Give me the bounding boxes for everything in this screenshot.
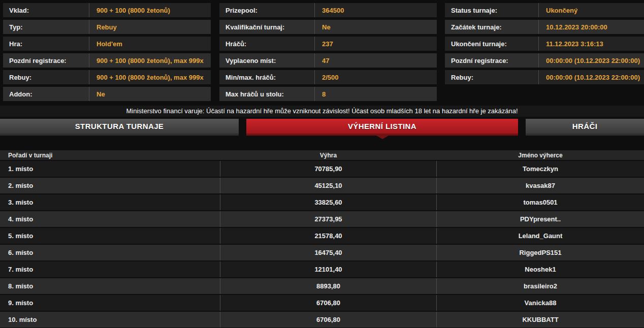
info-label: Rebuy: xyxy=(445,70,539,84)
cell-place: 3. místo xyxy=(0,194,220,210)
cell-winner: tomas0501 xyxy=(437,194,644,210)
header-winner: Jméno výherce xyxy=(437,152,644,159)
info-label: Rebuy: xyxy=(3,70,89,84)
info-value: 00:00:00 (10.12.2023 22:00:00) xyxy=(539,70,644,84)
info-value: 2/500 xyxy=(315,70,437,84)
cell-place: 9. místo xyxy=(0,295,220,311)
info-label: Vklad: xyxy=(3,3,89,17)
info-value: 900 + 100 (8000 žetonů), max 999x xyxy=(89,53,211,68)
info-value: Ukončený xyxy=(539,3,644,17)
info-value: 900 + 100 (8000 žetonů) xyxy=(89,3,211,17)
info-label: Ukončení turnaje: xyxy=(445,37,539,51)
info-row: Max hráčů u stolu: 8 xyxy=(219,87,437,101)
cell-winner: Vanicka88 xyxy=(437,295,644,311)
cell-prize: 27373,95 xyxy=(220,211,437,227)
info-label: Typ: xyxy=(3,20,89,34)
info-row: Vklad: 900 + 100 (8000 žetonů) xyxy=(3,3,211,17)
cell-place: 7. místo xyxy=(0,261,220,277)
cell-prize: 16475,40 xyxy=(220,245,437,260)
cell-place: 5. místo xyxy=(0,228,220,244)
cell-winner: Leland_Gaunt xyxy=(437,228,644,244)
cell-winner: KKUBBATT xyxy=(437,312,644,327)
info-row: Hráčů: 237 xyxy=(219,37,437,51)
cell-place: 4. místo xyxy=(0,211,220,227)
info-label: Pozdní registrace: xyxy=(3,53,89,68)
info-label: Hráčů: xyxy=(219,37,315,51)
table-row: 9. místo 6706,80 Vanicka88 xyxy=(0,295,644,311)
info-row: Pozdní registrace: 00:00:00 (10.12.2023 … xyxy=(445,53,644,68)
info-value: 00:00:00 (10.12.2023 22:00:00) xyxy=(539,53,644,68)
cell-prize: 8893,80 xyxy=(220,278,437,294)
info-row: Rebuy: 00:00:00 (10.12.2023 22:00:00) xyxy=(445,70,644,84)
header-place: Pořadí v turnaji xyxy=(0,152,220,159)
info-value: 364500 xyxy=(315,3,437,17)
table-row: 5. místo 21578,40 Leland_Gaunt xyxy=(0,228,644,244)
info-value: 10.12.2023 20:00:00 xyxy=(539,20,644,34)
info-label: Prizepool: xyxy=(219,3,315,17)
info-row: Vyplaceno míst: 47 xyxy=(219,53,437,68)
cell-prize: 6706,80 xyxy=(220,295,437,311)
info-label: Status turnaje: xyxy=(445,3,539,17)
info-row: Prizepool: 364500 xyxy=(219,3,437,17)
table-row: 3. místo 33825,60 tomas0501 xyxy=(0,194,644,210)
cell-place: 8. místo xyxy=(0,278,220,294)
cell-winner: RiggedPS151 xyxy=(437,245,644,260)
info-label: Vyplaceno míst: xyxy=(219,53,315,68)
cell-prize: 70785,90 xyxy=(220,161,437,177)
info-label: Addon: xyxy=(3,87,89,101)
cell-winner: PDYpresent.. xyxy=(437,211,644,227)
cell-prize: 12101,40 xyxy=(220,261,437,277)
table-row: 4. místo 27373,95 PDYpresent.. xyxy=(0,211,644,227)
cell-place: 2. místo xyxy=(0,178,220,193)
tab-hraci[interactable]: HRÁČI xyxy=(526,119,644,136)
table-row: 1. místo 70785,90 Tomeczkyn xyxy=(0,161,644,177)
tournament-info-panels: Vklad: 900 + 100 (8000 žetonů) Typ: Rebu… xyxy=(0,0,644,104)
cell-winner: brasileiro2 xyxy=(437,278,644,294)
cell-prize: 33825,60 xyxy=(220,194,437,210)
tab-vyherni-listina[interactable]: VÝHERNÍ LISTINA xyxy=(246,119,518,136)
table-header: Pořadí v turnaji Výhra Jméno výherce xyxy=(0,150,644,160)
cell-winner: Neoshek1 xyxy=(437,261,644,277)
info-label: Začátek turnaje: xyxy=(445,20,539,34)
info-value: Hold'em xyxy=(89,37,211,51)
info-row: Rebuy: 900 + 100 (8000 žetonů), max 999x xyxy=(3,70,211,84)
cell-winner: kvasak87 xyxy=(437,178,644,193)
info-label: Max hráčů u stolu: xyxy=(219,87,315,101)
info-row: Status turnaje: Ukončený xyxy=(445,3,644,17)
table-row: 2. místo 45125,10 kvasak87 xyxy=(0,178,644,193)
info-row: Kvalifikační turnaj: Ne xyxy=(219,20,437,34)
tab-bar: STRUKTURA TURNAJE VÝHERNÍ LISTINA HRÁČI xyxy=(0,119,644,136)
info-row: Min/max. hráčů: 2/500 xyxy=(219,70,437,84)
info-value: Ne xyxy=(315,20,437,34)
cell-place: 10. místo xyxy=(0,312,220,327)
tournament-info-panel-buyin: Vklad: 900 + 100 (8000 žetonů) Typ: Rebu… xyxy=(3,3,211,104)
info-label: Hra: xyxy=(3,37,89,51)
table-row: 6. místo 16475,40 RiggedPS151 xyxy=(0,245,644,260)
table-body: 1. místo 70785,90 Tomeczkyn 2. místo 451… xyxy=(0,161,644,328)
tournament-info-panel-status: Status turnaje: Ukončený Začátek turnaje… xyxy=(445,3,644,104)
info-value: Rebuy xyxy=(89,20,211,34)
info-value: 8 xyxy=(315,87,437,101)
gambling-warning: Ministerstvo financí varuje: Účastí na h… xyxy=(0,106,644,117)
info-row: Typ: Rebuy xyxy=(3,20,211,34)
info-value: 900 + 100 (8000 žetonů), max 999x xyxy=(89,70,211,84)
info-label: Min/max. hráčů: xyxy=(219,70,315,84)
info-value: 11.12.2023 3:16:13 xyxy=(539,37,644,51)
table-row: 10. místo 6706,80 KKUBBATT xyxy=(0,312,644,327)
cell-place: 1. místo xyxy=(0,161,220,177)
tournament-info-panel-players: Prizepool: 364500 Kvalifikační turnaj: N… xyxy=(219,3,437,104)
header-prize: Výhra xyxy=(220,152,437,159)
table-row: 8. místo 8893,80 brasileiro2 xyxy=(0,278,644,294)
tab-struktura-turnaje[interactable]: STRUKTURA TURNAJE xyxy=(0,119,239,136)
cell-prize: 45125,10 xyxy=(220,178,437,193)
info-row: Hra: Hold'em xyxy=(3,37,211,51)
cell-prize: 21578,40 xyxy=(220,228,437,244)
results-table: Pořadí v turnaji Výhra Jméno výherce 1. … xyxy=(0,150,644,328)
info-value: Ne xyxy=(89,87,211,101)
info-row: Pozdní registrace: 900 + 100 (8000 žeton… xyxy=(3,53,211,68)
info-label: Kvalifikační turnaj: xyxy=(219,20,315,34)
cell-winner: Tomeczkyn xyxy=(437,161,644,177)
info-row: Addon: Ne xyxy=(3,87,211,101)
table-row: 7. místo 12101,40 Neoshek1 xyxy=(0,261,644,277)
info-value: 237 xyxy=(315,37,437,51)
